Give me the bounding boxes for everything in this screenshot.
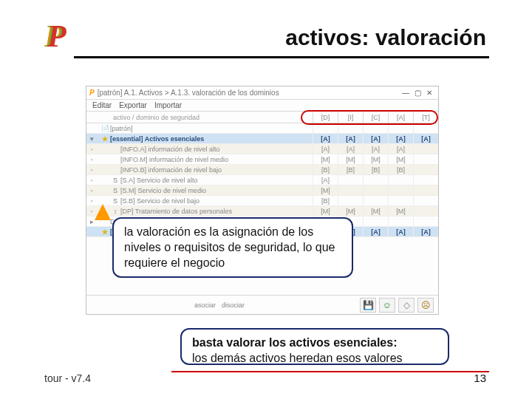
callout-2: basta valorar los activos esenciales: lo… [180,328,449,365]
value-cell[interactable]: [A] [313,144,338,154]
value-cell[interactable]: [B] [338,165,363,175]
maximize-icon[interactable]: ▢ [412,89,423,97]
row-icon: S [110,187,120,194]
value-cell[interactable] [413,196,438,206]
value-cell[interactable] [413,206,438,216]
tree-twisty[interactable]: ◦ [86,197,97,205]
value-cell[interactable]: [M] [338,206,363,216]
table-row[interactable]: ◦[INFO.B] información de nivel bajo[B][B… [86,165,438,175]
value-cell[interactable] [413,175,438,185]
value-cell[interactable]: [M] [363,206,388,216]
value-cell[interactable] [388,216,413,227]
value-cell[interactable]: [A] [338,144,363,154]
value-cell[interactable] [338,123,363,134]
value-cell[interactable]: [M] [313,206,338,216]
value-cell[interactable] [363,175,388,185]
tree-twisty[interactable]: ▾ [86,135,97,143]
row-label: [S.A] Servicio de nivel alto [120,177,313,184]
value-cell[interactable]: [B] [363,165,388,175]
value-cell[interactable]: [M] [313,154,338,165]
callout-1: la valoración es la asignación de los ni… [112,217,353,278]
value-cell[interactable]: [M] [313,185,338,196]
arrow-icon [95,204,111,220]
value-cell[interactable]: [A] [363,227,388,237]
value-cell[interactable]: [B] [313,165,338,175]
save-icon[interactable]: 💾 [360,298,376,313]
value-headers: [D] [I] [C] [A] [T] [313,112,438,123]
tree-twisty[interactable]: ◦ [86,146,97,153]
title-rule [74,56,489,58]
value-cell[interactable]: [A] [313,134,338,144]
value-cell[interactable] [413,185,438,196]
value-cell[interactable]: [B] [388,165,413,175]
value-cell[interactable] [363,123,388,134]
sad-icon[interactable]: ☹ [417,298,434,313]
value-cell[interactable] [338,185,363,196]
value-cell[interactable]: [A] [388,134,413,144]
row-icon: ↕ [110,208,120,215]
row-label: [patrón] [110,125,313,132]
menu-editar[interactable]: Editar [92,101,112,109]
value-cell[interactable] [413,165,438,175]
menu-importar[interactable]: Importar [154,101,182,109]
close-icon[interactable]: ✕ [423,89,435,97]
callout-2-line2: los demás activos heredan esos valores [192,352,403,364]
value-cell[interactable] [388,196,413,206]
menu-exportar[interactable]: Exportar [119,101,147,109]
col-t: [T] [413,112,438,123]
table-row[interactable]: ◦S[S.A] Servicio de nivel alto[A] [86,175,438,185]
value-cell[interactable]: [A] [363,144,388,154]
disociar-button[interactable]: disociar [222,301,245,309]
tree-twisty[interactable]: ◦ [86,166,97,174]
table-row[interactable]: ◦↕[DP] Tratamiento de datos personales[M… [86,206,438,216]
happy-icon[interactable]: ☺ [379,298,395,313]
value-cell[interactable] [363,185,388,196]
value-cell[interactable]: [A] [363,134,388,144]
value-cell[interactable]: [A] [388,227,413,237]
titlebar: P [patrón] A.1. Activos > A.1.3. valorac… [86,86,438,100]
table-row[interactable]: ◦S[S.B] Servicio de nivel bajo[B] [86,196,438,206]
value-cell[interactable]: [A] [413,227,438,237]
help-icon[interactable]: ◇ [398,298,415,313]
value-cell[interactable]: [M] [363,154,388,165]
value-cell[interactable] [388,175,413,185]
value-cell[interactable] [413,144,438,154]
value-cell[interactable]: [M] [388,154,413,165]
value-cell[interactable] [338,175,363,185]
row-label: [S.B] Servicio de nivel bajo [120,197,313,205]
col-i: [I] [338,112,363,123]
table-row[interactable]: ◦S[S.M] Servicio de nivel medio[M] [86,185,438,196]
value-cell[interactable] [363,196,388,206]
page-title: activos: valoración [285,25,486,50]
value-cell[interactable]: [A] [413,134,438,144]
logo: PPP [44,21,64,52]
table-row[interactable]: ▾★[essential] Activos esenciales[A][A][A… [86,134,438,144]
value-cell[interactable]: [M] [338,154,363,165]
table-row[interactable]: ◦[INFO.M] información de nivel medio[M][… [86,154,438,165]
value-cell[interactable] [338,196,363,206]
table-row[interactable]: 📄[patrón] [86,123,438,134]
value-cell[interactable] [363,216,388,227]
minimize-icon[interactable]: — [400,89,412,97]
value-cell[interactable]: [A] [313,175,338,185]
value-cell[interactable] [313,123,338,134]
value-cell[interactable]: [B] [313,196,338,206]
value-cell[interactable]: [M] [388,206,413,216]
asociar-button[interactable]: asociar [194,301,216,309]
footer-left: tour - v7.4 [44,372,91,384]
col-d: [D] [313,112,338,123]
value-cell[interactable]: [A] [338,134,363,144]
value-cell[interactable] [388,123,413,134]
tree-twisty[interactable]: ◦ [86,187,97,194]
table-row[interactable]: ◦[INFO.A] información de nivel alto[A][A… [86,144,438,154]
value-cell[interactable] [413,154,438,165]
value-cell[interactable] [413,123,438,134]
value-cell[interactable]: [A] [388,144,413,154]
value-cell[interactable] [388,185,413,196]
tree-twisty[interactable]: ◦ [86,177,97,184]
tree-twisty[interactable]: ◦ [86,156,97,163]
app-icon: P [89,89,95,97]
tree-header: activo / dominio de seguridad [86,114,313,121]
value-cell[interactable] [413,216,438,227]
row-label: [INFO.B] información de nivel bajo [120,166,313,174]
